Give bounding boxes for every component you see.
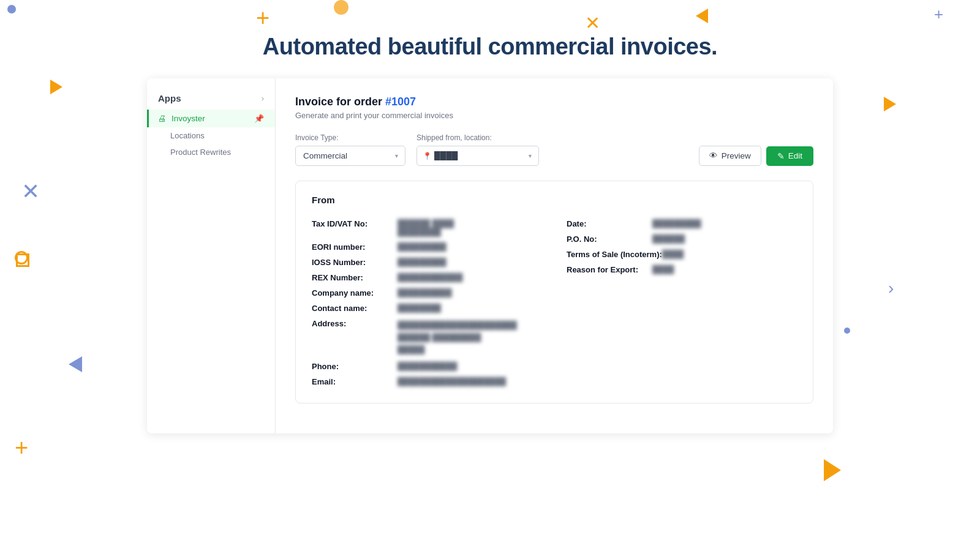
deco-circle-3 <box>844 328 850 334</box>
po-label: P.O. No: <box>567 234 652 244</box>
field-eori: EORI number: █████████ <box>312 239 542 255</box>
field-po: P.O. No: ██████ <box>567 231 797 247</box>
location-select[interactable]: ████ <box>417 146 539 166</box>
preview-button-label: Preview <box>722 151 751 160</box>
contact-value: ████████ <box>398 304 441 312</box>
invoice-type-select[interactable]: Commercial Proforma <box>295 146 405 166</box>
sidebar-apps-label: Apps <box>158 93 181 103</box>
page-title: Automated beautiful commercial invoices. <box>0 34 980 60</box>
date-value: █████████ <box>652 219 701 228</box>
field-company: Company name: ██████████ <box>312 285 542 301</box>
incoterm-value: ████ <box>662 250 684 258</box>
invoice-type-group: Invoice Type: Commercial Proforma <box>295 133 405 166</box>
rex-value: ████████████ <box>398 273 462 282</box>
field-contact: Contact name: ████████ <box>312 301 542 316</box>
tax-id-label: Tax ID/VAT No: <box>312 219 398 228</box>
action-buttons: 👁 Preview ✎ Edit <box>699 146 813 166</box>
product-rewrites-label: Product Rewrites <box>170 148 231 157</box>
invoice-subtitle: Generate and print your commercial invoi… <box>295 111 813 120</box>
invoice-panel: Invoice for order #1007 Generate and pri… <box>276 78 833 433</box>
edit-button[interactable]: ✎ Edit <box>766 146 813 166</box>
pencil-icon: ✎ <box>777 151 785 161</box>
company-value: ██████████ <box>398 288 452 297</box>
field-email: Email: ████████████████████ <box>312 374 542 389</box>
deco-triangle-right-2 <box>884 97 896 111</box>
deco-triangle-left-3 <box>69 356 82 372</box>
sidebar-chevron-icon: › <box>262 94 264 103</box>
company-label: Company name: <box>312 288 398 298</box>
ioss-label: IOSS Number: <box>312 258 398 267</box>
incoterm-label: Terms of Sale (Incoterm): <box>567 250 662 259</box>
main-card: Apps › 🖨 Invoyster 📌 Locations Product R… <box>147 78 833 433</box>
address-value: ████████████████████████████ ███████████… <box>398 319 517 356</box>
invoyster-icon: 🖨 <box>158 114 167 123</box>
phone-value: ███████████ <box>398 362 457 370</box>
field-incoterm: Terms of Sale (Incoterm): ████ <box>567 247 797 262</box>
email-value: ████████████████████ <box>398 377 506 386</box>
deco-plus-4: + <box>15 435 28 461</box>
from-grid: Tax ID/VAT No: ██████ ████████████ EORI … <box>312 216 797 389</box>
locations-label: Locations <box>170 131 205 140</box>
date-label: Date: <box>567 219 652 228</box>
address-label: Address: <box>312 319 398 328</box>
location-select-wrapper: ████ <box>417 146 539 166</box>
page-header: Automated beautiful commercial invoices. <box>0 0 980 60</box>
reason-export-label: Reason for Export: <box>567 265 652 274</box>
field-phone: Phone: ███████████ <box>312 359 542 374</box>
sidebar: Apps › 🖨 Invoyster 📌 Locations Product R… <box>147 78 276 433</box>
shipped-from-group: Shipped from, location: ████ <box>417 133 539 166</box>
sidebar-invoyster-label: Invoyster <box>172 114 205 123</box>
eye-icon: 👁 <box>709 151 718 160</box>
pin-icon: 📌 <box>254 114 264 123</box>
from-right-column: Date: █████████ P.O. No: ██████ Terms of… <box>567 216 797 389</box>
invoice-title-text: Invoice for order <box>295 96 385 108</box>
preview-button[interactable]: 👁 Preview <box>699 146 761 166</box>
sidebar-apps-row[interactable]: Apps › <box>147 89 275 110</box>
deco-plus-3: ✕ <box>21 179 40 204</box>
deco-circle-4 <box>16 253 29 267</box>
field-date: Date: █████████ <box>567 216 797 231</box>
from-title: From <box>312 195 797 205</box>
invoice-type-label: Invoice Type: <box>295 133 405 142</box>
po-value: ██████ <box>652 234 685 243</box>
contact-label: Contact name: <box>312 304 398 313</box>
field-address: Address: ████████████████████████████ ██… <box>312 316 542 359</box>
from-left-column: Tax ID/VAT No: ██████ ████████████ EORI … <box>312 216 542 389</box>
controls-row: Invoice Type: Commercial Proforma Shippe… <box>295 133 813 166</box>
deco-circle-5 <box>15 251 28 264</box>
shipped-from-label: Shipped from, location: <box>417 133 539 142</box>
tax-id-value: ██████ ████████████ <box>398 219 454 236</box>
phone-label: Phone: <box>312 362 398 371</box>
order-number: #1007 <box>385 96 416 108</box>
field-rex: REX Number: ████████████ <box>312 270 542 285</box>
sidebar-item-invoyster[interactable]: 🖨 Invoyster 📌 <box>147 110 275 127</box>
eori-value: █████████ <box>398 242 447 251</box>
sidebar-item-locations[interactable]: Locations <box>147 127 275 144</box>
field-tax-id: Tax ID/VAT No: ██████ ████████████ <box>312 216 542 239</box>
deco-triangle-right-3 <box>824 459 841 481</box>
sidebar-item-product-rewrites[interactable]: Product Rewrites <box>147 144 275 160</box>
field-reason-export: Reason for Export: ████ <box>567 262 797 277</box>
email-label: Email: <box>312 377 398 386</box>
field-ioss: IOSS Number: █████████ <box>312 255 542 270</box>
invoice-type-select-wrapper: Commercial Proforma <box>295 146 405 166</box>
invoice-title: Invoice for order #1007 <box>295 96 813 108</box>
eori-label: EORI number: <box>312 242 398 252</box>
rex-label: REX Number: <box>312 273 398 282</box>
deco-chevron-right: › <box>888 279 894 298</box>
ioss-value: █████████ <box>398 258 447 266</box>
edit-button-label: Edit <box>788 151 802 160</box>
reason-export-value: ████ <box>652 265 674 274</box>
from-section: From Tax ID/VAT No: ██████ ████████████ … <box>295 181 813 403</box>
deco-triangle-right-1 <box>50 80 62 94</box>
